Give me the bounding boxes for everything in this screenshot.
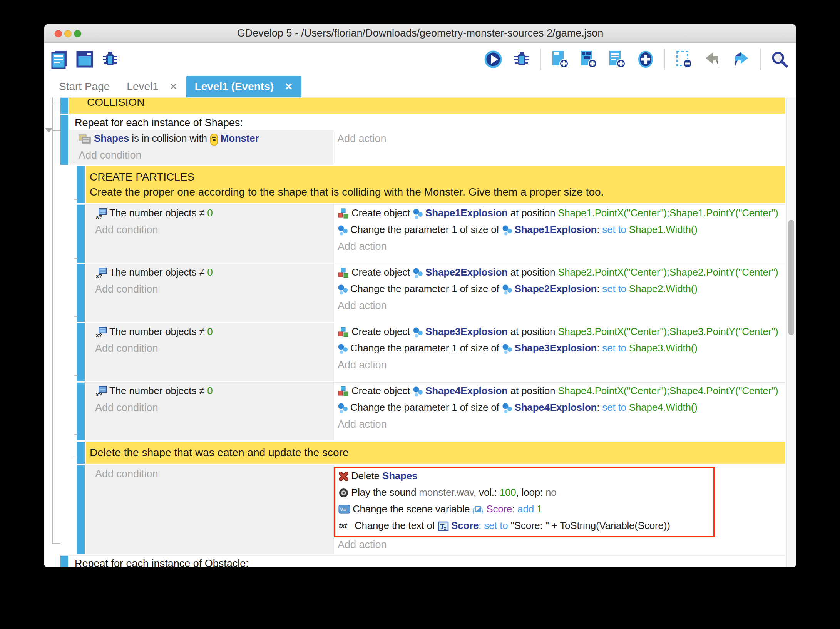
- search-button[interactable]: [770, 50, 789, 69]
- event-standard[interactable]: x?The number objects ≠ 0Add conditionCre…: [77, 204, 785, 263]
- event-foreach[interactable]: Repeat for each instance of Obstacle:Obs…: [60, 555, 785, 567]
- tab-level1-events[interactable]: Level1 (Events)✕: [186, 76, 301, 97]
- action-line[interactable]: VarChange the scene variable {}Score: ad…: [338, 502, 710, 519]
- action-line[interactable]: Create object Shape1Explosion at positio…: [338, 206, 782, 222]
- add-action-placeholder[interactable]: Add action: [338, 417, 782, 432]
- add-comment-button[interactable]: [607, 50, 627, 69]
- event-standard[interactable]: Add conditionDelete ShapesPlay the sound…: [77, 465, 785, 554]
- action-line[interactable]: Create object Shape4Explosion at positio…: [338, 384, 782, 400]
- condition-line[interactable]: Shapes is in collision with Monster: [79, 131, 329, 148]
- close-window-button[interactable]: [55, 30, 62, 37]
- condition-line[interactable]: x?The number objects ≠ 0: [95, 265, 330, 282]
- tab-start-page[interactable]: Start Page: [50, 76, 118, 97]
- add-condition-placeholder[interactable]: Add condition: [95, 467, 330, 481]
- add-condition-placeholder[interactable]: Add condition: [95, 400, 330, 415]
- event-comment[interactable]: COLLISION: [60, 97, 785, 114]
- add-condition-placeholder[interactable]: Add condition: [95, 282, 330, 296]
- add-subevent-button[interactable]: [579, 50, 598, 69]
- action-line[interactable]: Create object Shape2Explosion at positio…: [338, 265, 782, 282]
- remove-event-button[interactable]: [674, 50, 694, 69]
- conditions-cell[interactable]: Shapes is in collision with MonsterAdd c…: [69, 130, 333, 165]
- add-action-placeholder[interactable]: Add action: [338, 358, 782, 372]
- add-action-placeholder[interactable]: Add action: [338, 537, 782, 552]
- comment-block[interactable]: CREATE PARTICLESCreate the proper one ac…: [86, 166, 785, 203]
- conditions-cell[interactable]: x?The number objects ≠ 0Add condition: [86, 264, 333, 322]
- text-segment: set to: [602, 224, 626, 235]
- titlebar: GDevelop 5 - /Users/florian/Downloads/ge…: [44, 24, 796, 43]
- action-line[interactable]: txtChange the text of TxScore: set to "S…: [338, 519, 710, 535]
- comment-block[interactable]: COLLISION: [69, 98, 785, 114]
- text-segment: Shape3Explosion: [515, 342, 597, 354]
- event-drag-bar[interactable]: [77, 205, 85, 263]
- add-condition-placeholder[interactable]: Add condition: [95, 341, 330, 356]
- tab-level1[interactable]: Level1✕: [118, 76, 186, 97]
- undo-button[interactable]: [703, 50, 722, 69]
- actions-cell[interactable]: Create object Shape4Explosion at positio…: [333, 383, 785, 440]
- event-drag-bar[interactable]: [77, 442, 85, 464]
- conditions-cell[interactable]: x?The number objects ≠ 0Add condition: [86, 323, 333, 381]
- play-button[interactable]: [484, 50, 503, 69]
- add-condition-placeholder[interactable]: Add condition: [79, 148, 329, 162]
- toolbar-right-group: [484, 49, 789, 70]
- add-action-placeholder[interactable]: Add action: [338, 239, 782, 254]
- event-drag-bar[interactable]: [77, 166, 85, 203]
- comment-block[interactable]: Delete the shape that was eaten and upda…: [86, 442, 785, 464]
- action-line[interactable]: Change the parameter 1 of size of Shape1…: [338, 222, 782, 239]
- debug-bug-button[interactable]: [512, 50, 531, 69]
- actions-cell[interactable]: Create object Shape1Explosion at positio…: [333, 205, 785, 263]
- event-drag-bar[interactable]: [77, 264, 85, 322]
- tab-close-icon[interactable]: ✕: [284, 81, 293, 93]
- text-segment: :: [512, 503, 517, 515]
- foreach-header[interactable]: Repeat for each instance of Shapes:: [69, 115, 785, 130]
- collapse-arrow[interactable]: [45, 128, 53, 133]
- event-standard[interactable]: x?The number objects ≠ 0Add conditionCre…: [77, 323, 785, 381]
- preview-window-button[interactable]: [74, 49, 95, 70]
- text-segment: 100: [500, 487, 516, 498]
- action-line[interactable]: Change the parameter 1 of size of Shape3…: [338, 341, 782, 358]
- action-line[interactable]: Change the parameter 1 of size of Shape2…: [338, 282, 782, 298]
- event-drag-bar[interactable]: [60, 115, 68, 165]
- main-toolbar: [44, 43, 796, 76]
- event-comment[interactable]: CREATE PARTICLESCreate the proper one ac…: [77, 166, 785, 203]
- event-standard[interactable]: x?The number objects ≠ 0Add conditionCre…: [77, 264, 785, 322]
- tree-connector: [74, 199, 77, 200]
- actions-cell[interactable]: Add action: [333, 130, 785, 165]
- event-comment[interactable]: Delete the shape that was eaten and upda…: [77, 442, 785, 464]
- condition-line[interactable]: x?The number objects ≠ 0: [95, 325, 330, 341]
- add-event-button[interactable]: [551, 50, 570, 69]
- conditions-cell[interactable]: x?The number objects ≠ 0Add condition: [86, 383, 333, 440]
- event-drag-bar[interactable]: [77, 323, 85, 381]
- scrollbar-thumb[interactable]: [788, 220, 794, 335]
- event-drag-bar[interactable]: [77, 383, 85, 440]
- actions-cell[interactable]: Delete ShapesPlay the sound monster.wav,…: [333, 465, 785, 554]
- event-standard[interactable]: x?The number objects ≠ 0Add conditionCre…: [77, 382, 785, 440]
- action-line[interactable]: Change the parameter 1 of size of Shape4…: [338, 400, 782, 417]
- text-object-icon: Tx: [438, 521, 449, 535]
- condition-line[interactable]: x?The number objects ≠ 0: [95, 206, 330, 222]
- add-action-placeholder[interactable]: Add action: [338, 298, 782, 313]
- add-condition-placeholder[interactable]: Add condition: [95, 222, 330, 237]
- foreach-header[interactable]: Repeat for each instance of Obstacle:: [69, 556, 785, 567]
- debug-button[interactable]: [100, 49, 120, 70]
- condition-line[interactable]: x?The number objects ≠ 0: [95, 384, 330, 400]
- tab-close-icon[interactable]: ✕: [169, 81, 178, 93]
- actions-cell[interactable]: Create object Shape3Explosion at positio…: [333, 323, 785, 381]
- conditions-cell[interactable]: Add condition: [86, 465, 333, 554]
- conditions-cell[interactable]: x?The number objects ≠ 0Add condition: [86, 205, 333, 263]
- event-drag-bar[interactable]: [60, 556, 68, 567]
- add-action-placeholder[interactable]: Add action: [337, 131, 782, 146]
- create-object-icon: [338, 386, 349, 400]
- scrollbar[interactable]: [786, 97, 796, 567]
- add-plus-button[interactable]: [636, 50, 655, 69]
- action-line[interactable]: Delete Shapes: [338, 469, 710, 485]
- project-manager-button[interactable]: [49, 49, 70, 70]
- event-drag-bar[interactable]: [60, 98, 68, 114]
- event-drag-bar[interactable]: [77, 465, 85, 554]
- event-foreach[interactable]: Repeat for each instance of Shapes:Shape…: [60, 115, 785, 165]
- redo-button[interactable]: [731, 50, 751, 69]
- actions-cell[interactable]: Create object Shape2Explosion at positio…: [333, 264, 785, 322]
- minimize-window-button[interactable]: [64, 30, 72, 37]
- zoom-window-button[interactable]: [74, 30, 81, 37]
- action-line[interactable]: Play the sound monster.wav, vol.: 100, l…: [338, 485, 710, 502]
- action-line[interactable]: Create object Shape3Explosion at positio…: [338, 325, 782, 341]
